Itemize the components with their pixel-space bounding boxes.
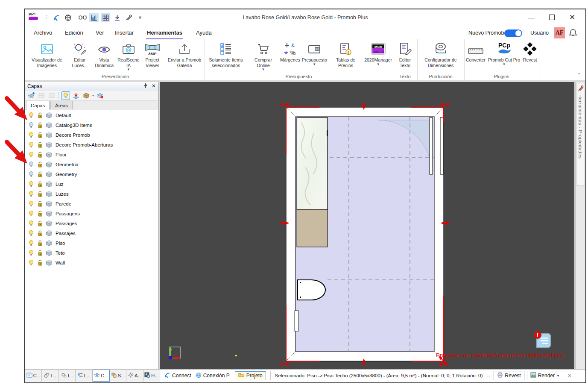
rename-disabled-icon[interactable]: T — [47, 91, 56, 100]
ribbon-button-comprar-online[interactable]: Comprar Online▼ — [247, 41, 279, 71]
nuevo-promob-toggle[interactable] — [504, 29, 522, 37]
layer-visible-bulb-icon[interactable] — [28, 230, 35, 237]
menu-herramientas[interactable]: Herramientas — [146, 29, 183, 40]
ribbon-button-solamente-tems-seleccionados[interactable]: Solamente ítems seleccionados — [205, 41, 247, 68]
minimize-button[interactable]: — — [524, 11, 538, 23]
ribbon-button-2020manager[interactable]: MGR2020Manager▼ — [363, 41, 393, 66]
layer-unlocked-icon[interactable] — [37, 171, 44, 178]
ribbon-button-editar-luces-[interactable]: Editar Luces... — [68, 41, 92, 68]
dock-tab-list[interactable]: L... — [76, 370, 92, 382]
layer-hidden-bulb-icon[interactable] — [28, 161, 35, 168]
ribbon-button-vista-din-mica[interactable]: Vista Dinámica — [92, 41, 117, 68]
layer-unlocked-icon[interactable] — [37, 220, 44, 227]
ribbon-button-m-rgenes[interactable]: %Márgenes — [279, 41, 301, 63]
statusbar-close-icon[interactable]: ✕ — [568, 373, 572, 379]
layer-row[interactable]: Luzes — [25, 189, 158, 199]
layers-tab-capas[interactable]: Capas — [26, 101, 50, 110]
layer-row[interactable]: Decore Promob — [25, 130, 158, 140]
layer-unlocked-icon[interactable] — [37, 191, 44, 197]
layer-visible-bulb-icon[interactable] — [28, 240, 35, 247]
layer-row[interactable]: Floor — [25, 150, 158, 159]
menu-ver[interactable]: Ver — [95, 29, 105, 38]
ribbon-button-promob-cut-pro[interactable]: PCpPromob Cut Pro▼ — [487, 41, 521, 66]
layer-visible-bulb-icon[interactable] — [28, 259, 35, 266]
layer-visible-bulb-icon[interactable] — [28, 220, 35, 227]
layer-row[interactable]: Passajes — [25, 228, 158, 238]
avatar[interactable]: AF — [554, 27, 565, 38]
ribbon-button-visualizador-de-im-genes[interactable]: Visualizador de Imágenes — [26, 41, 68, 68]
layer-row[interactable]: Teto — [25, 248, 158, 258]
menu-ayuda[interactable]: Ayuda — [195, 29, 213, 38]
layer-row[interactable]: Parede — [25, 199, 158, 209]
layer-visible-bulb-icon[interactable] — [28, 250, 35, 256]
layer-row[interactable]: Decore Promob-Aberturas — [25, 140, 158, 150]
maximize-button[interactable] — [544, 11, 559, 23]
connect-button[interactable]: Connect — [164, 372, 191, 379]
dock-tab-layers[interactable]: C... — [93, 370, 110, 382]
bell-icon[interactable] — [568, 28, 578, 40]
menu-insertar[interactable]: Insertar — [114, 29, 135, 38]
ribbon-button-presupuesto[interactable]: Presupuesto▼ — [301, 41, 328, 66]
apply-down-icon[interactable] — [72, 91, 80, 100]
resize-grip[interactable]: ∷ — [487, 373, 490, 378]
merge-disabled-icon[interactable] — [37, 91, 46, 100]
menu-edici-n[interactable]: Edición — [64, 29, 84, 38]
layer-row[interactable]: Passagens — [25, 209, 158, 218]
menu-archivo[interactable]: Archivo — [33, 29, 53, 38]
layer-visible-bulb-icon[interactable] — [28, 181, 35, 188]
layer-unlocked-icon[interactable] — [37, 240, 44, 247]
layer-unlocked-icon[interactable] — [37, 141, 44, 148]
layer-unlocked-icon[interactable] — [37, 122, 44, 129]
close-button[interactable]: ✕ — [565, 11, 579, 23]
layer-row[interactable]: Geometry — [25, 169, 158, 179]
layer-row[interactable]: Geometria — [25, 159, 158, 169]
bulb-filter-icon[interactable] — [61, 91, 70, 100]
layer-unlocked-icon[interactable] — [37, 181, 44, 188]
box-menu-icon[interactable] — [82, 91, 91, 100]
layer-unlocked-icon[interactable] — [37, 210, 44, 217]
layer-row[interactable]: Luz — [25, 179, 158, 189]
projeto-button[interactable]: Projeto — [235, 371, 266, 380]
layer-unlocked-icon[interactable] — [37, 161, 44, 168]
dock-tab-panel-window[interactable]: C... — [25, 370, 42, 382]
layer-row[interactable]: Default — [25, 110, 158, 120]
layer-row[interactable]: Piso — [25, 238, 158, 248]
ribbon-collapse-icon[interactable]: ⌃ — [577, 72, 581, 78]
ribbon-button-revest[interactable]: Revest — [522, 41, 538, 63]
layer-unlocked-icon[interactable] — [37, 112, 44, 119]
properties-tab[interactable]: Herramientas - Propiedades — [576, 83, 585, 185]
layer-unlocked-icon[interactable] — [37, 230, 44, 237]
dock-tab-gears[interactable]: I... — [59, 370, 76, 382]
layer-visible-bulb-icon[interactable] — [28, 141, 35, 148]
layer-unlocked-icon[interactable] — [37, 132, 44, 138]
ribbon-button-converter[interactable]: Converter — [465, 41, 486, 63]
panel-close-icon[interactable]: ✕ — [152, 83, 156, 89]
layer-unlocked-icon[interactable] — [37, 250, 44, 256]
layer-row[interactable]: Catalog3D Items — [25, 120, 158, 130]
render-button[interactable]: Render ▼ — [527, 371, 563, 380]
layer-hidden-bulb-icon[interactable] — [28, 171, 35, 178]
layer-visible-bulb-icon[interactable] — [28, 132, 35, 138]
ribbon-button-tablas-de-precios[interactable]: $Tablas de Precios — [328, 41, 363, 68]
layer-unlocked-icon[interactable] — [37, 259, 44, 266]
layer-visible-bulb-icon[interactable] — [28, 191, 35, 197]
layer-visible-bulb-icon[interactable] — [28, 112, 35, 119]
design-canvas[interactable]: ! Proyecto con módulos fuera de los lími… — [160, 82, 574, 369]
ribbon-button-enviar-a-promob-galer-a[interactable]: Enviar a Promob Galería — [164, 41, 205, 68]
layer-hidden-bulb-icon[interactable] — [28, 122, 35, 129]
layers-tab-áreas[interactable]: Áreas — [50, 101, 73, 109]
clear-layers-icon[interactable] — [96, 91, 104, 100]
dock-tab-circle-plus[interactable]: H... — [143, 370, 160, 382]
ribbon-button-realscene-ia[interactable]: RealScene IA▼ — [117, 41, 140, 71]
layer-visible-bulb-icon[interactable] — [28, 210, 35, 217]
revest-button[interactable]: Revest — [494, 371, 524, 380]
add-layer-icon[interactable] — [27, 91, 35, 100]
pin-icon[interactable] — [143, 83, 148, 90]
conexion-button[interactable]: Conexión P — [196, 372, 230, 379]
layer-row[interactable]: Passages — [25, 218, 158, 228]
dock-tab-cabinet[interactable]: S... — [110, 370, 126, 382]
layer-unlocked-icon[interactable] — [37, 200, 44, 207]
layer-visible-bulb-icon[interactable] — [28, 151, 35, 158]
layer-unlocked-icon[interactable] — [37, 151, 44, 158]
dropdown-caret-icon[interactable]: ▾ — [92, 94, 94, 97]
